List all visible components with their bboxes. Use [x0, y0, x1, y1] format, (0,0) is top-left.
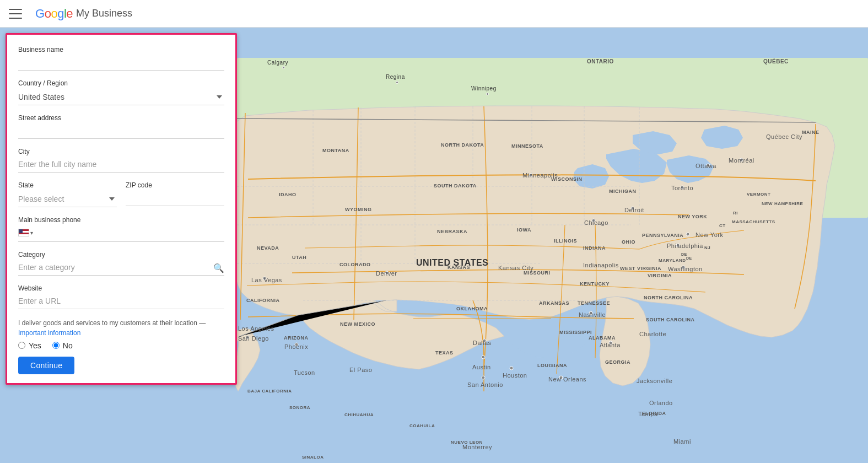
business-name-label: Business name [18, 46, 224, 53]
delivery-section: I deliver goods and services to my custo… [18, 318, 224, 337]
business-name-input[interactable] [18, 56, 224, 71]
us-flag-icon [18, 229, 29, 236]
header: Google My Business [0, 0, 868, 28]
svg-point-28 [295, 343, 298, 346]
important-info-link[interactable]: Important information [18, 329, 80, 337]
yes-label: Yes [29, 341, 41, 350]
state-field: State Please select Alabama Alaska Arizo… [18, 181, 117, 207]
country-field: Country / Region United States Canada Un… [18, 79, 224, 105]
no-radio[interactable] [52, 342, 60, 349]
website-input[interactable] [18, 294, 224, 309]
google-logo: Google [35, 7, 73, 21]
street-input[interactable] [18, 124, 224, 139]
svg-point-22 [482, 376, 485, 379]
main-container: ONTARIO QUÉBEC MAINE Calgary Regina Winn… [0, 28, 868, 463]
website-field: Website [18, 284, 224, 309]
yes-radio-label[interactable]: Yes [18, 341, 41, 350]
country-label: Country / Region [18, 79, 224, 87]
country-select[interactable]: United States Canada United Kingdom Aust… [18, 89, 224, 105]
svg-point-33 [740, 158, 743, 161]
logo-e: e [66, 7, 73, 21]
state-label: State [18, 181, 117, 189]
svg-point-16 [686, 233, 689, 236]
category-field: Category 🔍 [18, 251, 224, 276]
svg-point-30 [682, 266, 685, 269]
category-input[interactable] [18, 261, 213, 275]
category-row: 🔍 [18, 261, 224, 276]
city-field: City [18, 148, 224, 173]
app-name: My Business [76, 8, 132, 19]
delivery-text: I deliver goods and services to my custo… [18, 319, 206, 327]
svg-point-14 [592, 219, 595, 222]
svg-point-26 [609, 341, 612, 344]
state-select[interactable]: Please select Alabama Alaska Arizona Ark… [18, 191, 117, 207]
delivery-radio-row: Yes No [18, 341, 224, 350]
menu-icon[interactable] [9, 9, 22, 19]
logo-o2: o [51, 7, 57, 21]
svg-point-25 [589, 311, 592, 315]
zip-input[interactable] [126, 191, 224, 206]
yes-radio[interactable] [18, 342, 25, 349]
no-radio-label[interactable]: No [52, 341, 73, 350]
street-field: Street address [18, 114, 224, 139]
svg-point-15 [529, 174, 532, 177]
city-input[interactable] [18, 158, 224, 173]
svg-point-32 [707, 164, 710, 167]
phone-input[interactable] [35, 226, 224, 239]
street-label: Street address [18, 114, 224, 122]
zip-field: ZIP code [126, 181, 224, 207]
no-label: No [63, 341, 73, 350]
phone-flag[interactable]: ▾ [18, 229, 33, 236]
continue-button[interactable]: Continue [18, 357, 74, 374]
svg-point-27 [263, 277, 266, 280]
svg-point-20 [483, 339, 486, 342]
form-panel: Business name Country / Region United St… [6, 33, 237, 385]
svg-point-19 [385, 271, 389, 274]
svg-point-21 [482, 356, 485, 359]
logo-g2: g [57, 7, 64, 21]
category-label: Category [18, 251, 224, 259]
svg-point-23 [510, 367, 513, 370]
logo-o1: o [45, 7, 51, 21]
svg-point-18 [681, 186, 684, 189]
city-label: City [18, 148, 224, 155]
logo-g: G [35, 7, 45, 21]
phone-label: Main business phone [18, 216, 224, 224]
phone-row: ▾ [18, 226, 224, 242]
svg-point-17 [631, 207, 634, 210]
svg-point-31 [676, 244, 680, 247]
phone-caret-icon: ▾ [30, 230, 33, 236]
svg-point-29 [246, 336, 249, 339]
zip-label: ZIP code [126, 181, 224, 189]
phone-field: Main business phone ▾ [18, 216, 224, 242]
website-label: Website [18, 284, 224, 292]
search-icon: 🔍 [213, 263, 224, 273]
state-zip-row: State Please select Alabama Alaska Arizo… [18, 181, 224, 207]
business-name-field: Business name [18, 46, 224, 71]
svg-point-24 [559, 376, 563, 379]
